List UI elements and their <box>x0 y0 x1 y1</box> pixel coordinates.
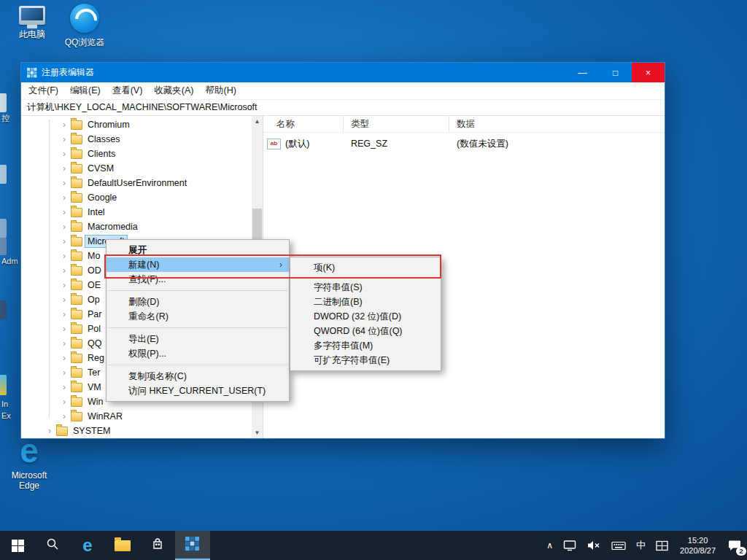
chevron-right-icon[interactable] <box>59 178 69 188</box>
folder-icon <box>71 135 82 144</box>
partial-desktop-icon[interactable] <box>0 375 7 395</box>
partial-desktop-icon[interactable] <box>0 300 7 319</box>
tray-ime-pad-icon[interactable] <box>651 531 673 560</box>
tree-item-winrar[interactable]: WinRAR <box>21 409 263 424</box>
start-button[interactable] <box>0 531 35 560</box>
submenu-item-key[interactable]: 项(K) <box>290 260 441 275</box>
tray-display-icon[interactable] <box>558 531 581 560</box>
tree-item-classes[interactable]: Classes <box>21 132 263 147</box>
context-item-find[interactable]: 查找(F)... <box>107 272 289 287</box>
tree-item-intel[interactable]: Intel <box>21 205 263 219</box>
tree-item-macromedia[interactable]: Macromedia <box>21 219 263 234</box>
chevron-right-icon[interactable] <box>59 368 69 378</box>
chevron-right-icon[interactable] <box>59 163 69 174</box>
action-center-button[interactable]: 2 <box>722 531 747 560</box>
context-item-export[interactable]: 导出(E) <box>107 332 289 346</box>
chevron-right-icon[interactable] <box>59 134 69 144</box>
tree-item-label: Pol <box>85 323 103 335</box>
chevron-right-icon[interactable] <box>59 120 69 130</box>
taskbar-store-button[interactable] <box>140 531 175 560</box>
minimize-button[interactable]: — <box>566 63 599 82</box>
partial-desktop-icon[interactable] <box>0 93 7 112</box>
partial-desktop-icon[interactable] <box>0 238 7 255</box>
context-item-new[interactable]: 新建(N) <box>107 257 289 272</box>
partial-desktop-icon[interactable] <box>0 165 7 184</box>
menu-edit[interactable]: 编辑(E) <box>64 82 107 99</box>
title-bar[interactable]: 注册表编辑器 — □ × <box>21 63 665 82</box>
tree-item-cvsm[interactable]: CVSM <box>21 161 263 176</box>
column-header-name[interactable]: 名称 <box>263 116 344 132</box>
menu-view[interactable]: 查看(V) <box>107 82 149 99</box>
edge-icon <box>82 537 92 554</box>
partial-desktop-icon-label[interactable]: Ex <box>1 411 11 420</box>
tree-item-clients[interactable]: Clients <box>21 147 263 161</box>
submenu-item-string-value[interactable]: 字符串值(S) <box>290 280 441 295</box>
partial-desktop-icon-label[interactable]: In <box>1 400 8 408</box>
registry-icon <box>185 537 200 554</box>
column-header-type[interactable]: 类型 <box>344 116 449 132</box>
taskbar-file-explorer-button[interactable] <box>105 531 140 560</box>
chevron-right-icon[interactable] <box>59 309 69 319</box>
partial-desktop-icon-label[interactable]: 控 <box>1 113 9 124</box>
chevron-right-icon[interactable] <box>59 280 69 290</box>
close-button[interactable]: × <box>632 63 665 82</box>
chevron-right-icon[interactable] <box>59 251 69 261</box>
menu-help[interactable]: 帮助(H) <box>199 82 241 99</box>
taskbar-registry-editor-button[interactable] <box>175 531 210 560</box>
tray-show-hidden-icons-button[interactable] <box>541 531 558 560</box>
desktop-icon-label: 此电脑 <box>19 28 45 41</box>
chevron-right-icon[interactable] <box>59 353 69 363</box>
submenu-item-expandable-string-value[interactable]: 可扩充字符串值(E) <box>290 353 441 368</box>
tray-ime-indicator[interactable]: 中 <box>631 531 651 560</box>
tree-item-label: Intel <box>85 206 107 218</box>
partial-desktop-icon[interactable] <box>0 219 7 238</box>
value-row-default[interactable]: ab (默认) REG_SZ (数值未设置) <box>263 136 665 151</box>
partial-desktop-icon-label[interactable]: Adm <box>1 257 18 265</box>
context-item-rename[interactable]: 重命名(R) <box>107 309 289 324</box>
chevron-right-icon[interactable] <box>59 411 69 421</box>
chevron-right-icon[interactable] <box>59 338 69 349</box>
chevron-right-icon[interactable] <box>59 149 69 159</box>
submenu-item-dword-value[interactable]: DWORD (32 位)值(D) <box>290 309 441 324</box>
scroll-down-icon[interactable] <box>252 427 263 438</box>
chevron-right-icon[interactable] <box>59 265 69 276</box>
column-header-data[interactable]: 数据 <box>449 116 665 132</box>
context-item-permissions[interactable]: 权限(P)... <box>107 346 289 361</box>
chevron-right-icon[interactable] <box>59 397 69 407</box>
context-item-copy-key-name[interactable]: 复制项名称(C) <box>107 369 289 384</box>
chevron-right-icon[interactable] <box>59 192 69 203</box>
tree-item-chromium[interactable]: Chromium <box>21 117 263 132</box>
tree-item-system[interactable]: SYSTEM <box>21 424 263 438</box>
menu-file[interactable]: 文件(F) <box>23 82 64 99</box>
scroll-up-icon[interactable] <box>252 116 263 127</box>
submenu-item-qword-value[interactable]: QWORD (64 位)值(Q) <box>290 324 441 338</box>
chevron-right-icon[interactable] <box>59 295 69 305</box>
chevron-right-icon[interactable] <box>59 324 69 334</box>
tree-item-google[interactable]: Google <box>21 190 263 205</box>
tray-clock[interactable]: 15:20 2020/8/27 <box>673 531 722 560</box>
chevron-right-icon[interactable] <box>59 382 69 392</box>
submenu-item-multi-string-value[interactable]: 多字符串值(M) <box>290 338 441 353</box>
desktop-icon-qq-browser[interactable]: QQ浏览器 <box>61 4 108 49</box>
value-name: (默认) <box>285 138 309 150</box>
taskbar-edge-button[interactable] <box>70 531 105 560</box>
context-item-expand[interactable]: 展开 <box>107 243 289 257</box>
tray-touch-keyboard-icon[interactable] <box>606 531 631 560</box>
address-bar[interactable]: 计算机\HKEY_LOCAL_MACHINE\SOFTWARE\Microsof… <box>21 100 665 116</box>
chevron-right-icon[interactable] <box>59 207 69 217</box>
submenu-item-binary-value[interactable]: 二进制值(B) <box>290 295 441 309</box>
folder-icon <box>71 252 82 261</box>
chevron-right-icon[interactable] <box>59 236 69 246</box>
tree-item-defaultuserenvironment[interactable]: DefaultUserEnvironment <box>21 176 263 190</box>
desktop-icon-this-pc[interactable]: 此电脑 <box>9 6 55 41</box>
folder-icon <box>71 412 82 421</box>
chevron-right-icon[interactable] <box>59 222 69 232</box>
context-item-delete[interactable]: 删除(D) <box>107 295 289 309</box>
chevron-right-icon[interactable] <box>44 426 55 436</box>
tray-volume-muted-icon[interactable] <box>581 531 606 560</box>
maximize-button[interactable]: □ <box>599 63 632 82</box>
taskbar-search-button[interactable] <box>35 531 70 560</box>
desktop-icon-edge[interactable]: Microsoft Edge <box>7 435 51 491</box>
menu-favorites[interactable]: 收藏夹(A) <box>148 82 199 99</box>
context-item-goto-hkcu[interactable]: 访问 HKEY_CURRENT_USER(T) <box>107 384 289 398</box>
